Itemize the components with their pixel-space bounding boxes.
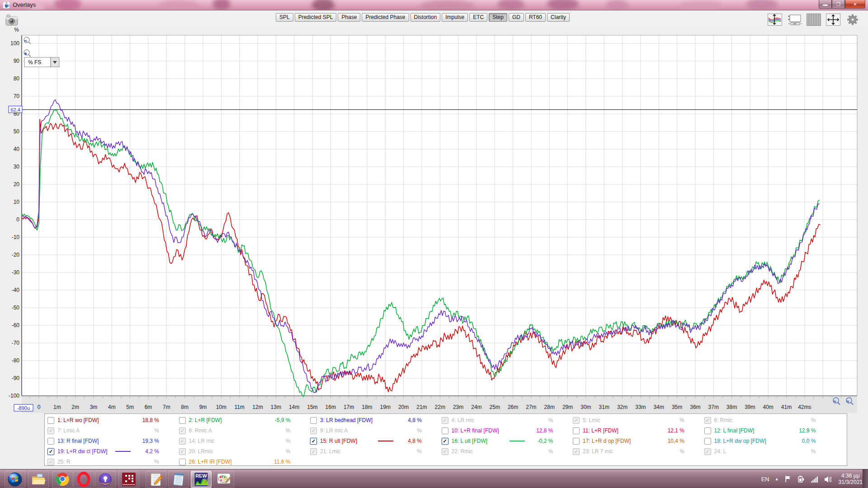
taskbar-start-button[interactable] bbox=[5, 471, 25, 488]
legend-checkbox[interactable] bbox=[573, 427, 580, 434]
tab-rt60[interactable]: RT60 bbox=[525, 13, 546, 22]
legend-item[interactable]: ✓5: Lmic% bbox=[573, 416, 701, 425]
legend-checkbox[interactable] bbox=[573, 438, 580, 445]
legend-checkbox[interactable] bbox=[179, 459, 186, 465]
legend-item[interactable]: ✓4: LR mic% bbox=[442, 416, 570, 425]
legend-checkbox[interactable] bbox=[310, 417, 317, 424]
tab-step[interactable]: Step bbox=[489, 13, 507, 22]
legend-item[interactable]: 3: LR bedhead [FDW]4,8 % bbox=[310, 416, 438, 425]
battery-tray-icon[interactable] bbox=[797, 475, 805, 483]
frequency-axis-icon[interactable] bbox=[807, 14, 821, 26]
taskbar-redapp-icon[interactable] bbox=[118, 471, 139, 488]
window-titlebar[interactable]: Overlays ▬ ❐ ✕ bbox=[0, 0, 868, 10]
tab-distortion[interactable]: Distortion bbox=[410, 13, 441, 22]
taskbar-explorer-icon[interactable] bbox=[28, 471, 49, 488]
legend-value: 4,2 % bbox=[131, 448, 159, 455]
tab-impulse[interactable]: Impulse bbox=[442, 13, 468, 22]
signal-tray-icon[interactable] bbox=[811, 475, 818, 483]
svg-text:42ms: 42ms bbox=[798, 404, 811, 410]
legend-item[interactable]: 10: L+R final [FDW]12,8 % bbox=[442, 426, 570, 435]
legend-item[interactable]: ✓22: Rmic% bbox=[442, 447, 570, 456]
legend-checkbox[interactable] bbox=[179, 417, 186, 424]
legend-checkbox[interactable] bbox=[704, 438, 711, 445]
legend-checkbox[interactable]: ✓ bbox=[179, 448, 186, 455]
tab-spl[interactable]: SPL bbox=[276, 13, 293, 22]
legend-item[interactable]: 11: L+R [FDW]12,1 % bbox=[573, 426, 701, 435]
legend-checkbox[interactable]: ✓ bbox=[442, 438, 448, 445]
legend-checkbox[interactable]: ✓ bbox=[47, 448, 54, 455]
taskbar-notes-icon[interactable] bbox=[146, 471, 166, 488]
settings-gear-icon[interactable] bbox=[845, 14, 860, 26]
legend-item[interactable]: ✓7: Lmic A% bbox=[47, 426, 175, 435]
taskbar-chrome-icon[interactable] bbox=[52, 471, 73, 488]
legend-checkbox[interactable]: ✓ bbox=[704, 448, 711, 455]
legend-checkbox[interactable]: ✓ bbox=[442, 448, 448, 455]
legend-checkbox[interactable]: ✓ bbox=[179, 438, 186, 445]
tab-clarity[interactable]: Clarity bbox=[547, 13, 570, 22]
language-indicator[interactable]: EN bbox=[761, 476, 769, 483]
legend-item[interactable]: 18: L+R dw op [FDW]0,0 % bbox=[704, 436, 832, 446]
legend-checkbox[interactable]: ✓ bbox=[310, 438, 317, 445]
taskbar-paint-icon[interactable] bbox=[213, 471, 234, 488]
minimize-button[interactable]: ▬ bbox=[819, 0, 832, 9]
legend-item[interactable]: 17: L+R d op [FDW]10,4 % bbox=[573, 436, 701, 446]
legend-item[interactable]: ✓8: Rmic A% bbox=[179, 426, 307, 435]
tab-phase[interactable]: Phase bbox=[338, 13, 360, 22]
legend-item[interactable]: ✓6: Rmic% bbox=[704, 416, 832, 425]
pan-view-icon[interactable] bbox=[787, 14, 802, 26]
maximize-button[interactable]: ❐ bbox=[832, 0, 845, 9]
flag-tray-icon[interactable] bbox=[784, 475, 792, 483]
move-all-icon[interactable] bbox=[826, 14, 840, 26]
legend-checkbox[interactable] bbox=[47, 417, 54, 424]
speaker-tray-icon[interactable] bbox=[824, 475, 831, 483]
legend-item[interactable]: ✓19: L+R dw cl [FDW]4,2 % bbox=[47, 447, 175, 456]
legend-item[interactable]: 12: L final [FDW]12,9 % bbox=[704, 426, 832, 435]
tab-etc[interactable]: ETC bbox=[469, 13, 487, 22]
show-desktop-button[interactable] bbox=[863, 469, 868, 488]
tab-predicted-spl[interactable]: Predicted SPL bbox=[295, 13, 337, 22]
legend-item[interactable]: ✓16: L ult [FDW]-0,2 % bbox=[442, 436, 570, 446]
taskbar-opera-icon[interactable] bbox=[73, 471, 94, 488]
legend-checkbox[interactable] bbox=[47, 438, 54, 445]
legend-item[interactable]: ✓24: L% bbox=[704, 447, 832, 456]
legend-item[interactable]: 2: L+R [FDW]-5,9 % bbox=[179, 416, 307, 425]
taskbar-notepad-icon[interactable] bbox=[168, 471, 189, 488]
legend-checkbox[interactable]: ✓ bbox=[442, 417, 448, 424]
legend-item[interactable]: 13: R final [FDW]19,3 % bbox=[47, 436, 175, 446]
desktop-blur bbox=[746, 0, 778, 10]
close-button[interactable]: ✕ bbox=[845, 0, 865, 9]
legend-trace-swatch bbox=[509, 441, 525, 441]
legend-item[interactable]: 26: L+R IR [FDW]11,6 % bbox=[179, 457, 307, 466]
legend-checkbox[interactable]: ✓ bbox=[704, 417, 711, 424]
legend-item[interactable]: ✓14: LR mic% bbox=[179, 436, 307, 446]
legend-item[interactable]: ✓15: R ult [FDW]4,8 % bbox=[310, 436, 438, 446]
legend-item[interactable]: 1: L+R wo [FDW]18,8 % bbox=[47, 416, 175, 425]
legend-checkbox[interactable]: ✓ bbox=[47, 427, 54, 434]
legend-checkbox[interactable]: ✓ bbox=[573, 448, 580, 455]
legend-item[interactable]: ✓21: Lmic% bbox=[310, 447, 438, 456]
traces-arrange-icon[interactable] bbox=[768, 14, 782, 26]
legend-checkbox[interactable]: ✓ bbox=[179, 427, 186, 434]
taskbar-rew-icon[interactable]: REWV5.1 bbox=[191, 471, 212, 488]
legend-checkbox[interactable]: ✓ bbox=[310, 448, 317, 455]
legend-value: 12,8 % bbox=[525, 427, 553, 434]
legend-checkbox[interactable]: ✓ bbox=[47, 459, 54, 465]
legend-item[interactable]: ✓25: R% bbox=[47, 457, 175, 466]
clock[interactable]: 4:36 μμ 31/3/2021 bbox=[839, 473, 863, 485]
legend-checkbox[interactable]: ✓ bbox=[573, 417, 580, 424]
tab-gd[interactable]: GD bbox=[509, 13, 524, 22]
tab-predicted-phase[interactable]: Predicted Phase bbox=[362, 13, 409, 22]
svg-text:18m: 18m bbox=[362, 404, 372, 410]
legend-checkbox[interactable] bbox=[442, 427, 448, 434]
legend-value: % bbox=[656, 417, 684, 423]
step-response-chart[interactable]: %-100-90-80-70-60-50-40-30-20-1001020304… bbox=[0, 27, 868, 469]
legend-item[interactable]: ✓23: LR 7 mic% bbox=[573, 447, 701, 456]
taskbar-avast-icon[interactable] bbox=[95, 471, 116, 488]
legend-item[interactable]: ✓20: LRmic% bbox=[179, 447, 307, 456]
legend-item[interactable]: ✓9: LR mic A% bbox=[310, 426, 438, 435]
tray-expand-icon[interactable]: ▲ bbox=[775, 477, 779, 481]
legend-checkbox[interactable] bbox=[704, 427, 711, 434]
legend-checkbox[interactable]: ✓ bbox=[310, 427, 317, 434]
capture-button[interactable] bbox=[5, 14, 19, 26]
svg-text:7m: 7m bbox=[163, 404, 170, 410]
